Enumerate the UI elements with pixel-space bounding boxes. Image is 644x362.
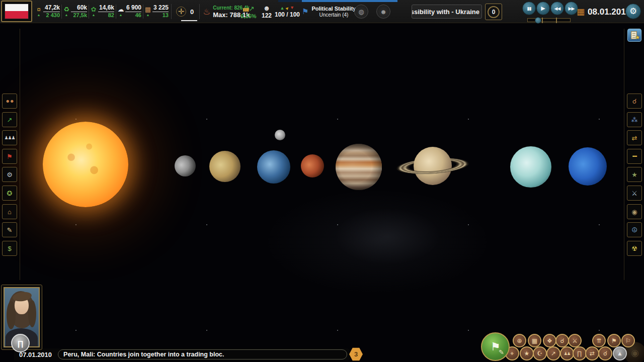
play-button[interactable]: ▶	[536, 2, 550, 15]
planet-earth	[257, 150, 290, 184]
war-counter-button[interactable]: 0	[485, 4, 502, 20]
settings-button[interactable]: ⚙	[625, 4, 641, 19]
food-icon: ♨	[203, 7, 210, 17]
badge-technology[interactable]: ▦	[528, 334, 541, 347]
sidebar-item-war[interactable]: ⚔	[627, 186, 642, 201]
sidebar-item-treasury[interactable]: $	[2, 241, 17, 256]
badge-achievements[interactable]: ⚑	[607, 334, 621, 347]
moon	[275, 130, 285, 140]
badge-treaties[interactable]: ☌	[598, 346, 612, 360]
fast-forward-button[interactable]: ▶▶	[565, 2, 578, 15]
sidebar-item-laws[interactable]: ✎	[2, 222, 17, 237]
resource-plants[interactable]: ✿ ▲ 14,6k 82	[89, 5, 116, 19]
sidebar-item-intelligence[interactable]: ◉	[627, 204, 642, 219]
construction-house-icon: ⌂	[8, 208, 12, 216]
spy-icon: ◉	[631, 208, 637, 216]
stability-cell[interactable]: ⚑ Political Stability Uncertain (4)	[302, 0, 356, 23]
badge-agreements[interactable]: ☌	[555, 334, 569, 347]
mountain-icon: ▲	[617, 350, 623, 357]
trade-arrows-icon: ⇄	[632, 134, 637, 142]
sidebar-item-covert-ops[interactable]: ••••	[627, 149, 642, 164]
people-icon: ♟♟	[564, 351, 570, 356]
stability-flag-icon: ⚑	[302, 7, 308, 16]
capitol-icon: ∏	[577, 350, 582, 357]
population-value: 122	[262, 12, 272, 19]
sidebar-item-ministers[interactable]: ☻☻	[2, 94, 17, 109]
resource-value: 60k	[71, 5, 87, 12]
growth-arrow-icon: ↗	[249, 5, 255, 13]
soldier-icon: ★	[631, 171, 637, 178]
country-flag-button[interactable]	[1, 1, 32, 22]
speed-slider-knob[interactable]	[535, 17, 541, 24]
sidebar-item-demography[interactable]: ♟♟♟	[2, 130, 17, 145]
advisor-head-icon[interactable]: ☻	[376, 5, 390, 19]
sidebar-item-united-nations[interactable]: ☮	[627, 222, 642, 237]
rewind-button[interactable]: ◀◀	[550, 2, 564, 15]
budget-laurel-icon: ✪	[7, 190, 13, 197]
sidebar-item-organizations[interactable]: ⁂	[627, 112, 642, 127]
badge-population[interactable]: ♟♟	[560, 346, 574, 360]
coins-icon: ¤	[37, 6, 40, 13]
badge-world-overview[interactable]: ⊕	[513, 334, 526, 347]
reports-button[interactable]: ★	[627, 29, 641, 42]
globe-swords-icon: ⚔	[631, 190, 637, 197]
badge-parades[interactable]: ⇈	[592, 334, 606, 347]
treasury-bank-icon: $	[8, 245, 11, 252]
slider-tick	[542, 18, 543, 23]
resource-recycling[interactable]: ♻ ▲ 60k 27,5k	[61, 5, 89, 19]
badge-projects[interactable]: ❖	[543, 334, 556, 347]
current-date: 08.01.2010	[588, 7, 630, 17]
resource-value: 14,6k	[98, 5, 114, 12]
sidebar-item-military[interactable]: ★	[627, 167, 642, 182]
slider-tick	[556, 18, 557, 23]
sidebar-item-nuclear[interactable]: ☢	[627, 241, 642, 256]
game-speed-slider[interactable]	[527, 18, 571, 22]
lightbulb-icon[interactable]: ◍	[354, 5, 368, 19]
sidebar-item-statistics[interactable]: ↗	[2, 112, 17, 127]
badge-religion[interactable]: ☪	[533, 346, 547, 360]
population-cell[interactable]: ☻ 122	[259, 0, 275, 23]
badge-economy[interactable]: ↗	[546, 346, 560, 360]
growth-cell[interactable]: ▮▮▮↗ 0,15%	[238, 0, 259, 23]
news-headline-box[interactable]: Peru, Mali: Countries join together into…	[58, 349, 347, 359]
sidebar-item-budget[interactable]: ✪	[2, 186, 17, 201]
poland-flag-icon	[5, 4, 29, 19]
sidebar-item-construction[interactable]: ⌂	[2, 204, 17, 219]
badge-conflicts[interactable]: ⚔	[568, 334, 582, 347]
trend-up-icon: ▲	[65, 13, 68, 17]
badge-ranks[interactable]: ★	[520, 346, 534, 360]
pause-button[interactable]: ▮▮	[522, 2, 536, 15]
badge-government[interactable]: ∏	[573, 346, 587, 360]
resource-value: 3 225	[152, 5, 169, 12]
war-possibility-ticker[interactable]: r possibility with - Ukraine	[412, 5, 482, 19]
exchange-icon: ⇄	[590, 350, 595, 357]
map-pin-icon: ⌖	[511, 350, 514, 357]
date-display: ▦ 08.01.2010	[577, 7, 630, 17]
org-network-icon: ⁂	[631, 116, 638, 124]
chart-icon: ↗	[551, 350, 556, 357]
crescent-icon: ☪	[537, 350, 543, 357]
badge-expedition[interactable]: ▲	[613, 346, 627, 360]
right-frame-line	[624, 29, 624, 280]
resource-coal[interactable]: ☁ ▲ 6 900 46	[116, 5, 143, 19]
sidebar-item-diplomacy[interactable]: ☌	[627, 94, 642, 109]
nuclear-icon: ☢	[631, 245, 637, 252]
decisions-button[interactable]: ⚑ ✎	[481, 332, 510, 361]
sidebar-item-research[interactable]: ⚙	[2, 167, 17, 182]
sidebar-item-trade[interactable]: ⇄	[627, 130, 642, 145]
badge-claims[interactable]: ⚐	[621, 334, 635, 347]
resource-goods[interactable]: ▩ ▲ 3 225 13	[143, 5, 170, 19]
badge-relations[interactable]: ⇄	[585, 346, 599, 360]
resource-value: 6 900	[125, 5, 141, 12]
government-building-badge[interactable]: ∏	[11, 334, 30, 352]
swords-icon: ⚔	[572, 337, 578, 344]
news-ticker: 07.01.2010 Peru, Mali: Countries join to…	[14, 348, 350, 360]
support-cell[interactable]: ▲ ▲ ▲ 100 / 100	[274, 0, 300, 23]
growth-value: 0,15%	[240, 13, 256, 19]
selected-tab-indicator	[181, 20, 197, 21]
sidebar-item-objectives[interactable]: ⚑	[2, 149, 17, 164]
sun	[43, 122, 128, 207]
research-progress-bar	[278, 0, 397, 2]
resource-money[interactable]: ¤ ▲ 47,2k 2 430	[34, 5, 61, 19]
stability-title: Political Stability	[311, 6, 356, 12]
